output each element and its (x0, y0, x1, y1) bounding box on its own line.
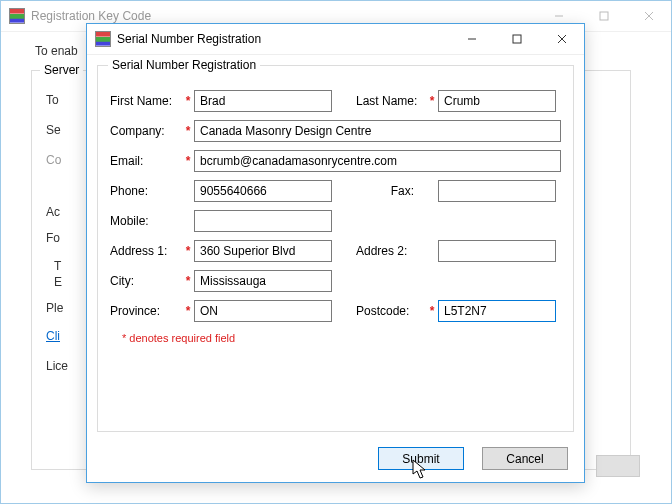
city-field[interactable] (194, 270, 332, 292)
back-hidden-button (596, 455, 640, 477)
email-field[interactable] (194, 150, 561, 172)
window-controls-front (449, 24, 584, 54)
required-icon: * (426, 94, 438, 108)
address2-field[interactable] (438, 240, 556, 262)
minimize-button[interactable] (449, 24, 494, 54)
back-line-e: E (54, 275, 62, 289)
back-line-ple: Ple (46, 301, 63, 315)
registration-groupbox: Serial Number Registration First Name: *… (97, 65, 574, 432)
required-icon: * (182, 154, 194, 168)
row-email: Email: * (110, 146, 561, 176)
required-note: * denotes required field (122, 332, 561, 344)
row-company: Company: * (110, 116, 561, 146)
required-icon: * (182, 274, 194, 288)
row-mobile: Mobile: (110, 206, 561, 236)
label-email: Email: (110, 154, 182, 168)
back-groupbox-label: Server (40, 63, 83, 77)
form-area: First Name: * Last Name: * Company: * Em… (110, 86, 561, 344)
window-title-back: Registration Key Code (31, 9, 536, 23)
label-address2: Addres 2: (356, 244, 426, 258)
required-icon: * (182, 124, 194, 138)
app-icon (9, 8, 25, 24)
label-first-name: First Name: (110, 94, 182, 108)
back-line-se: Se (46, 123, 61, 137)
registration-groupbox-label: Serial Number Registration (108, 58, 260, 72)
phone-field[interactable] (194, 180, 332, 202)
svg-rect-5 (513, 35, 521, 43)
back-line-cli[interactable]: Cli (46, 329, 60, 343)
maximize-button[interactable] (494, 24, 539, 54)
row-city: City: * (110, 266, 561, 296)
postcode-field[interactable] (438, 300, 556, 322)
back-line-co: Co (46, 153, 61, 167)
label-last-name: Last Name: (356, 94, 426, 108)
svg-rect-1 (600, 12, 608, 20)
last-name-field[interactable] (438, 90, 556, 112)
submit-button-label: Submit (402, 452, 439, 466)
close-button[interactable] (539, 24, 584, 54)
maximize-button-back[interactable] (581, 1, 626, 31)
label-phone: Phone: (110, 184, 182, 198)
row-name: First Name: * Last Name: * (110, 86, 561, 116)
required-icon: * (182, 94, 194, 108)
first-name-field[interactable] (194, 90, 332, 112)
required-icon: * (426, 304, 438, 318)
cancel-button-label: Cancel (506, 452, 543, 466)
cancel-button[interactable]: Cancel (482, 447, 568, 470)
company-field[interactable] (194, 120, 561, 142)
label-postcode: Postcode: (356, 304, 426, 318)
label-address1: Address 1: (110, 244, 182, 258)
row-address: Address 1: * Addres 2: (110, 236, 561, 266)
back-intro-text: To enab (35, 44, 78, 58)
back-line-fo: Fo (46, 231, 60, 245)
address1-field[interactable] (194, 240, 332, 262)
back-line-lice: Lice (46, 359, 68, 373)
label-mobile: Mobile: (110, 214, 182, 228)
back-line-t: T (54, 259, 61, 273)
required-icon: * (182, 304, 194, 318)
close-button-back[interactable] (626, 1, 671, 31)
front-body: Serial Number Registration First Name: *… (87, 55, 584, 482)
row-phone: Phone: Fax: (110, 176, 561, 206)
submit-button[interactable]: Submit (378, 447, 464, 470)
window-title-front: Serial Number Registration (117, 32, 449, 46)
back-line-to: To (46, 93, 59, 107)
required-icon: * (182, 244, 194, 258)
back-line-ac: Ac (46, 205, 60, 219)
label-city: City: (110, 274, 182, 288)
titlebar-front[interactable]: Serial Number Registration (87, 24, 584, 55)
app-icon (95, 31, 111, 47)
mobile-field[interactable] (194, 210, 332, 232)
province-field[interactable] (194, 300, 332, 322)
dialog-button-bar: Submit Cancel (378, 447, 568, 470)
label-province: Province: (110, 304, 182, 318)
fax-field[interactable] (438, 180, 556, 202)
label-company: Company: (110, 124, 182, 138)
row-province: Province: * Postcode: * (110, 296, 561, 326)
label-fax: Fax: (356, 184, 426, 198)
registration-dialog: Serial Number Registration Serial Number… (86, 23, 585, 483)
